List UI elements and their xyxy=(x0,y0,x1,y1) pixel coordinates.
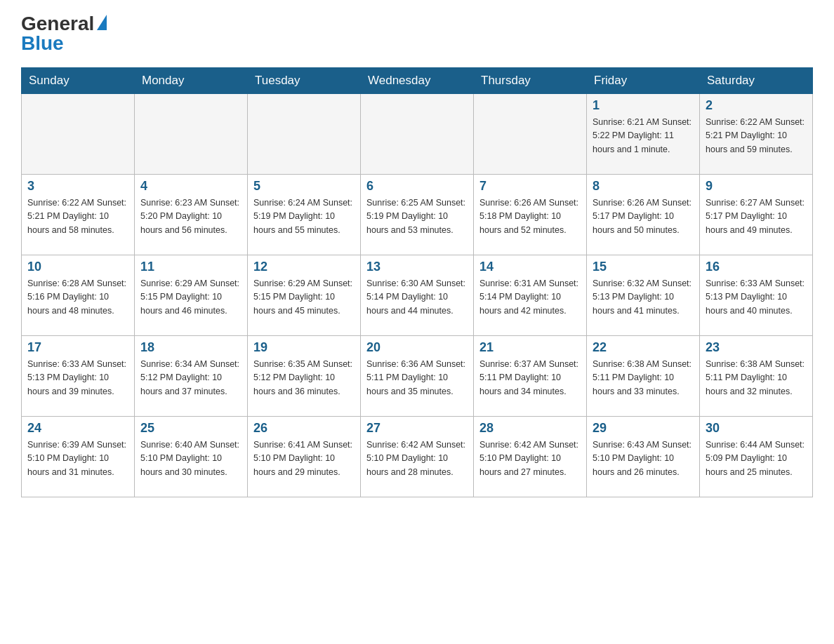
day-info: Sunrise: 6:23 AM Sunset: 5:20 PM Dayligh… xyxy=(140,196,241,237)
day-info: Sunrise: 6:38 AM Sunset: 5:11 PM Dayligh… xyxy=(706,358,807,398)
day-info: Sunrise: 6:24 AM Sunset: 5:19 PM Dayligh… xyxy=(253,196,355,237)
calendar-day-cell: 18Sunrise: 6:34 AM Sunset: 5:12 PM Dayli… xyxy=(135,336,248,417)
day-of-week-header: Sunday xyxy=(22,68,135,94)
day-info: Sunrise: 6:44 AM Sunset: 5:09 PM Dayligh… xyxy=(706,438,807,479)
logo: General Blue xyxy=(21,14,107,53)
day-info: Sunrise: 6:26 AM Sunset: 5:17 PM Dayligh… xyxy=(593,196,694,237)
logo-blue-text: Blue xyxy=(21,34,64,53)
day-number: 3 xyxy=(27,179,128,194)
calendar-day-cell xyxy=(22,94,135,175)
day-number: 29 xyxy=(593,421,694,436)
day-info: Sunrise: 6:29 AM Sunset: 5:15 PM Dayligh… xyxy=(253,277,355,318)
calendar-day-cell: 27Sunrise: 6:42 AM Sunset: 5:10 PM Dayli… xyxy=(361,417,474,497)
day-info: Sunrise: 6:34 AM Sunset: 5:12 PM Dayligh… xyxy=(140,358,241,398)
calendar-day-cell: 6Sunrise: 6:25 AM Sunset: 5:19 PM Daylig… xyxy=(361,175,474,255)
calendar-table: SundayMondayTuesdayWednesdayThursdayFrid… xyxy=(21,67,813,497)
calendar-day-cell: 3Sunrise: 6:22 AM Sunset: 5:21 PM Daylig… xyxy=(22,175,135,255)
day-info: Sunrise: 6:32 AM Sunset: 5:13 PM Dayligh… xyxy=(593,277,694,318)
calendar-day-cell: 2Sunrise: 6:22 AM Sunset: 5:21 PM Daylig… xyxy=(700,94,813,175)
day-of-week-header: Monday xyxy=(135,68,248,94)
calendar-day-cell: 11Sunrise: 6:29 AM Sunset: 5:15 PM Dayli… xyxy=(135,255,248,336)
day-number: 20 xyxy=(366,340,468,355)
day-number: 4 xyxy=(140,179,241,194)
day-info: Sunrise: 6:39 AM Sunset: 5:10 PM Dayligh… xyxy=(27,438,128,479)
day-of-week-header: Thursday xyxy=(474,68,587,94)
calendar-day-cell: 9Sunrise: 6:27 AM Sunset: 5:17 PM Daylig… xyxy=(700,175,813,255)
day-number: 15 xyxy=(593,260,694,274)
day-number: 25 xyxy=(140,421,241,436)
day-of-week-header: Wednesday xyxy=(361,68,474,94)
calendar-day-cell: 8Sunrise: 6:26 AM Sunset: 5:17 PM Daylig… xyxy=(587,175,700,255)
day-number: 22 xyxy=(593,340,694,355)
day-number: 1 xyxy=(593,98,694,113)
calendar-day-cell xyxy=(135,94,248,175)
day-info: Sunrise: 6:21 AM Sunset: 5:22 PM Dayligh… xyxy=(593,116,694,156)
day-info: Sunrise: 6:40 AM Sunset: 5:10 PM Dayligh… xyxy=(140,438,241,479)
day-of-week-header: Friday xyxy=(587,68,700,94)
calendar-week-row: 3Sunrise: 6:22 AM Sunset: 5:21 PM Daylig… xyxy=(22,175,813,255)
calendar-day-cell: 26Sunrise: 6:41 AM Sunset: 5:10 PM Dayli… xyxy=(248,417,361,497)
calendar-day-cell: 4Sunrise: 6:23 AM Sunset: 5:20 PM Daylig… xyxy=(135,175,248,255)
day-info: Sunrise: 6:42 AM Sunset: 5:10 PM Dayligh… xyxy=(366,438,468,479)
day-number: 10 xyxy=(27,260,128,274)
calendar-day-cell: 10Sunrise: 6:28 AM Sunset: 5:16 PM Dayli… xyxy=(22,255,135,336)
calendar-day-cell: 15Sunrise: 6:32 AM Sunset: 5:13 PM Dayli… xyxy=(587,255,700,336)
day-info: Sunrise: 6:30 AM Sunset: 5:14 PM Dayligh… xyxy=(366,277,468,318)
calendar-day-cell: 25Sunrise: 6:40 AM Sunset: 5:10 PM Dayli… xyxy=(135,417,248,497)
calendar-day-cell: 1Sunrise: 6:21 AM Sunset: 5:22 PM Daylig… xyxy=(587,94,700,175)
day-info: Sunrise: 6:27 AM Sunset: 5:17 PM Dayligh… xyxy=(706,196,807,237)
calendar-week-row: 17Sunrise: 6:33 AM Sunset: 5:13 PM Dayli… xyxy=(22,336,813,417)
calendar-week-row: 24Sunrise: 6:39 AM Sunset: 5:10 PM Dayli… xyxy=(22,417,813,497)
logo-triangle-icon xyxy=(97,15,107,30)
day-info: Sunrise: 6:37 AM Sunset: 5:11 PM Dayligh… xyxy=(479,358,581,398)
day-number: 24 xyxy=(27,421,128,436)
calendar-day-cell: 19Sunrise: 6:35 AM Sunset: 5:12 PM Dayli… xyxy=(248,336,361,417)
day-info: Sunrise: 6:36 AM Sunset: 5:11 PM Dayligh… xyxy=(366,358,468,398)
day-number: 23 xyxy=(706,340,807,355)
day-number: 9 xyxy=(706,179,807,194)
day-number: 19 xyxy=(253,340,355,355)
day-info: Sunrise: 6:41 AM Sunset: 5:10 PM Dayligh… xyxy=(253,438,355,479)
day-number: 13 xyxy=(366,260,468,274)
logo-general-text: General xyxy=(21,14,107,34)
day-of-week-header: Saturday xyxy=(700,68,813,94)
calendar-day-cell: 16Sunrise: 6:33 AM Sunset: 5:13 PM Dayli… xyxy=(700,255,813,336)
day-info: Sunrise: 6:38 AM Sunset: 5:11 PM Dayligh… xyxy=(593,358,694,398)
calendar-day-cell xyxy=(361,94,474,175)
calendar-week-row: 10Sunrise: 6:28 AM Sunset: 5:16 PM Dayli… xyxy=(22,255,813,336)
day-info: Sunrise: 6:33 AM Sunset: 5:13 PM Dayligh… xyxy=(27,358,128,398)
page-header: General Blue xyxy=(21,14,813,53)
day-of-week-header: Tuesday xyxy=(248,68,361,94)
day-info: Sunrise: 6:33 AM Sunset: 5:13 PM Dayligh… xyxy=(706,277,807,318)
calendar-day-cell: 12Sunrise: 6:29 AM Sunset: 5:15 PM Dayli… xyxy=(248,255,361,336)
calendar-day-cell: 23Sunrise: 6:38 AM Sunset: 5:11 PM Dayli… xyxy=(700,336,813,417)
day-number: 5 xyxy=(253,179,355,194)
day-info: Sunrise: 6:31 AM Sunset: 5:14 PM Dayligh… xyxy=(479,277,581,318)
calendar-day-cell: 7Sunrise: 6:26 AM Sunset: 5:18 PM Daylig… xyxy=(474,175,587,255)
day-number: 17 xyxy=(27,340,128,355)
calendar-day-cell: 29Sunrise: 6:43 AM Sunset: 5:10 PM Dayli… xyxy=(587,417,700,497)
day-info: Sunrise: 6:25 AM Sunset: 5:19 PM Dayligh… xyxy=(366,196,468,237)
calendar-day-cell: 20Sunrise: 6:36 AM Sunset: 5:11 PM Dayli… xyxy=(361,336,474,417)
day-info: Sunrise: 6:29 AM Sunset: 5:15 PM Dayligh… xyxy=(140,277,241,318)
day-number: 6 xyxy=(366,179,468,194)
calendar-day-cell: 22Sunrise: 6:38 AM Sunset: 5:11 PM Dayli… xyxy=(587,336,700,417)
day-number: 7 xyxy=(479,179,581,194)
calendar-week-row: 1Sunrise: 6:21 AM Sunset: 5:22 PM Daylig… xyxy=(22,94,813,175)
calendar-header-row: SundayMondayTuesdayWednesdayThursdayFrid… xyxy=(22,68,813,94)
calendar-day-cell: 14Sunrise: 6:31 AM Sunset: 5:14 PM Dayli… xyxy=(474,255,587,336)
day-info: Sunrise: 6:35 AM Sunset: 5:12 PM Dayligh… xyxy=(253,358,355,398)
day-number: 2 xyxy=(706,98,807,113)
day-number: 21 xyxy=(479,340,581,355)
day-number: 18 xyxy=(140,340,241,355)
day-info: Sunrise: 6:22 AM Sunset: 5:21 PM Dayligh… xyxy=(706,116,807,156)
day-info: Sunrise: 6:42 AM Sunset: 5:10 PM Dayligh… xyxy=(479,438,581,479)
day-info: Sunrise: 6:26 AM Sunset: 5:18 PM Dayligh… xyxy=(479,196,581,237)
day-number: 30 xyxy=(706,421,807,436)
day-number: 8 xyxy=(593,179,694,194)
calendar-day-cell xyxy=(474,94,587,175)
day-number: 16 xyxy=(706,260,807,274)
calendar-day-cell: 13Sunrise: 6:30 AM Sunset: 5:14 PM Dayli… xyxy=(361,255,474,336)
day-info: Sunrise: 6:43 AM Sunset: 5:10 PM Dayligh… xyxy=(593,438,694,479)
day-info: Sunrise: 6:28 AM Sunset: 5:16 PM Dayligh… xyxy=(27,277,128,318)
